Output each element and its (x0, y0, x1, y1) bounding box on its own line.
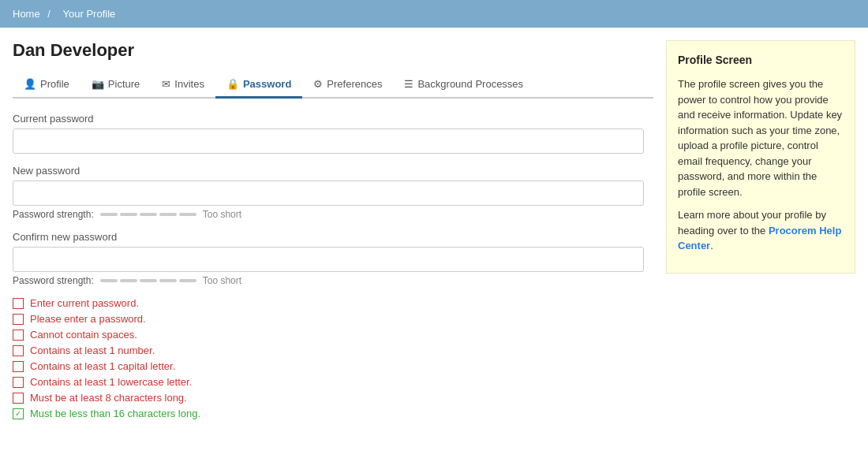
check-item-enter-password: Please enter a password. (13, 313, 653, 325)
strength-bar-2 (120, 213, 137, 216)
new-password-group: New password Password strength: Too shor… (13, 165, 653, 220)
confirm-strength-bars (100, 279, 196, 282)
check-text-one-number: Contains at least 1 number. (30, 345, 155, 356)
check-item-one-capital: Contains at least 1 capital letter. (13, 360, 653, 372)
tab-password[interactable]: 🔒 Password (215, 72, 302, 99)
tab-preferences[interactable]: ⚙ Preferences (302, 72, 393, 99)
confirm-strength-label: Password strength: (13, 275, 94, 286)
strength-bar-5 (179, 213, 196, 216)
check-box-one-number (13, 345, 24, 356)
background-processes-icon: ☰ (404, 78, 413, 90)
tab-preferences-label: Preferences (327, 78, 382, 90)
top-nav: Home / Your Profile (0, 0, 868, 28)
strength-bar-3 (140, 213, 157, 216)
tab-profile[interactable]: 👤 Profile (13, 72, 80, 99)
check-box-enter-current (13, 298, 24, 309)
tabs: 👤 Profile 📷 Picture ✉ Invites 🔒 Password… (13, 72, 653, 99)
new-strength-text: Too short (203, 209, 241, 220)
current-password-group: Current password (13, 113, 653, 154)
check-item-min-length: Must be at least 8 characters long. (13, 392, 653, 404)
check-text-enter-password: Please enter a password. (30, 313, 146, 325)
help-box: Profile Screen The profile screen gives … (666, 40, 855, 274)
confirm-password-input[interactable] (13, 247, 644, 272)
check-text-max-length: Must be less than 16 characters long. (30, 408, 200, 419)
confirm-bar-3 (140, 279, 157, 282)
check-item-max-length: ✓Must be less than 16 characters long. (13, 408, 653, 419)
main-layout: Dan Developer 👤 Profile 📷 Picture ✉ Invi… (0, 28, 868, 469)
tab-invites[interactable]: ✉ Invites (151, 72, 215, 99)
check-box-min-length (13, 393, 24, 404)
password-checklist: Enter current password.Please enter a pa… (13, 297, 653, 419)
confirm-password-strength-row: Password strength: Too short (13, 275, 653, 286)
confirm-strength-text: Too short (203, 275, 241, 286)
password-icon: 🔒 (226, 78, 239, 90)
tab-picture-label: Picture (108, 78, 140, 90)
check-box-max-length: ✓ (13, 408, 24, 419)
check-text-one-lowercase: Contains at least 1 lowercase letter. (30, 376, 192, 388)
new-strength-bars (100, 213, 196, 216)
help-body2: Learn more about your profile by heading… (678, 207, 844, 254)
confirm-bar-4 (159, 279, 177, 282)
check-item-one-number: Contains at least 1 number. (13, 345, 653, 356)
profile-icon: 👤 (24, 78, 36, 90)
right-sidebar: Profile Screen The profile screen gives … (666, 40, 855, 469)
strength-bar-1 (100, 213, 118, 216)
left-content: Dan Developer 👤 Profile 📷 Picture ✉ Invi… (13, 40, 653, 469)
help-body2-suffix: . (710, 240, 713, 251)
nav-home-link[interactable]: Home (13, 8, 40, 20)
check-item-no-spaces: Cannot contain spaces. (13, 329, 653, 341)
help-body1: The profile screen gives you the power t… (678, 76, 844, 199)
check-box-enter-password (13, 314, 24, 325)
confirm-password-group: Confirm new password Password strength: … (13, 231, 653, 286)
tab-background-processes[interactable]: ☰ Background Processes (393, 72, 534, 99)
nav-separator: / (47, 8, 51, 20)
confirm-bar-1 (100, 279, 118, 282)
invites-icon: ✉ (162, 78, 170, 90)
tab-background-processes-label: Background Processes (417, 78, 523, 90)
new-password-strength-row: Password strength: Too short (13, 209, 653, 220)
check-text-one-capital: Contains at least 1 capital letter. (30, 360, 175, 372)
tab-profile-label: Profile (40, 78, 69, 90)
check-box-one-capital (13, 361, 24, 372)
nav-current: Your Profile (63, 8, 116, 20)
tab-password-label: Password (243, 78, 291, 90)
new-password-input[interactable] (13, 181, 644, 206)
new-password-label: New password (13, 165, 653, 177)
confirm-bar-2 (120, 279, 137, 282)
page-title: Dan Developer (13, 40, 653, 61)
tab-picture[interactable]: 📷 Picture (80, 72, 151, 99)
check-box-one-lowercase (13, 377, 24, 388)
check-text-enter-current: Enter current password. (30, 297, 139, 309)
help-title: Profile Screen (678, 52, 844, 69)
check-item-enter-current: Enter current password. (13, 297, 653, 309)
confirm-bar-5 (179, 279, 196, 282)
tab-invites-label: Invites (174, 78, 204, 90)
check-item-one-lowercase: Contains at least 1 lowercase letter. (13, 376, 653, 388)
preferences-icon: ⚙ (313, 78, 323, 90)
check-box-no-spaces (13, 330, 24, 341)
confirm-password-label: Confirm new password (13, 231, 653, 243)
current-password-input[interactable] (13, 128, 644, 154)
check-text-no-spaces: Cannot contain spaces. (30, 329, 137, 341)
current-password-label: Current password (13, 113, 653, 125)
strength-bar-4 (159, 213, 177, 216)
new-strength-label: Password strength: (13, 209, 94, 220)
picture-icon: 📷 (92, 78, 104, 90)
check-text-min-length: Must be at least 8 characters long. (30, 392, 187, 404)
